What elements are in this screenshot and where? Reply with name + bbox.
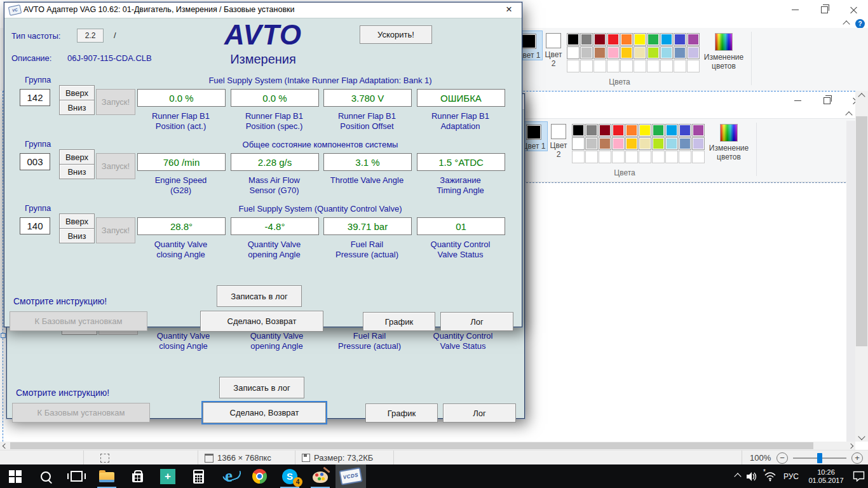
log-button[interactable]: Лог xyxy=(440,312,513,331)
palette-swatch[interactable] xyxy=(647,33,660,46)
palette-swatch[interactable] xyxy=(679,124,691,137)
palette-swatch[interactable] xyxy=(607,33,620,46)
palette-swatch[interactable] xyxy=(585,124,598,137)
palette-empty-slot[interactable] xyxy=(679,151,691,163)
palette-empty-slot[interactable] xyxy=(607,60,620,72)
palette-swatch[interactable] xyxy=(599,124,611,137)
graph-button[interactable]: График xyxy=(363,312,435,331)
palette-swatch[interactable] xyxy=(625,124,638,137)
selection-border-left[interactable] xyxy=(3,91,3,442)
group-up-button[interactable]: Вверх xyxy=(59,214,95,229)
palette-empty-slot[interactable] xyxy=(687,60,700,72)
teal-app-button[interactable]: + xyxy=(153,464,183,488)
calculator-button[interactable] xyxy=(183,464,214,488)
clock[interactable]: 10:26 01.05.2017 xyxy=(805,468,847,485)
group-number-input[interactable]: 142 xyxy=(20,89,50,106)
group-start-button[interactable]: Запуск! xyxy=(96,89,135,115)
group-down-button[interactable]: Вниз xyxy=(59,228,95,243)
write-log-button[interactable]: Записать в лог xyxy=(219,377,304,398)
done-return-button[interactable]: Сделано, Возврат xyxy=(203,402,326,423)
palette-swatch[interactable] xyxy=(652,124,665,137)
zoom-slider-thumb[interactable] xyxy=(817,453,822,463)
palette-swatch[interactable] xyxy=(665,137,678,150)
scroll-right-icon[interactable] xyxy=(846,442,855,450)
zoom-out-button[interactable]: − xyxy=(776,451,788,465)
palette-swatch[interactable] xyxy=(607,46,620,59)
palette-swatch[interactable] xyxy=(593,46,606,59)
group-number-input[interactable]: 003 xyxy=(20,153,50,170)
palette-swatch[interactable] xyxy=(572,124,585,137)
palette-swatch[interactable] xyxy=(687,46,700,59)
file-explorer-button[interactable] xyxy=(92,464,122,488)
palette-empty-slot[interactable] xyxy=(620,60,633,72)
palette-swatch[interactable] xyxy=(679,137,691,150)
palette-swatch[interactable] xyxy=(639,124,651,137)
palette-swatch[interactable] xyxy=(572,137,585,150)
palette-swatch[interactable] xyxy=(665,124,678,137)
group-up-button[interactable]: Вверх xyxy=(59,149,95,165)
palette-empty-slot[interactable] xyxy=(639,151,651,163)
close-button[interactable] xyxy=(839,0,868,19)
collapse-ribbon-icon[interactable] xyxy=(843,20,850,27)
palette-swatch[interactable] xyxy=(585,137,598,150)
hidden-icons-chevron[interactable] xyxy=(734,473,741,480)
horizontal-scrollbar[interactable] xyxy=(0,442,855,450)
palette-swatch[interactable] xyxy=(580,46,593,59)
palette-swatch[interactable] xyxy=(647,46,660,59)
log-button[interactable]: Лог xyxy=(443,403,516,423)
edit-colors-button[interactable]: Изменение цветов xyxy=(699,32,749,71)
palette-empty-slot[interactable] xyxy=(634,60,646,72)
palette-empty-slot[interactable] xyxy=(580,60,593,72)
palette-swatch[interactable] xyxy=(660,46,673,59)
horizontal-scroll-thumb[interactable] xyxy=(10,442,813,449)
palette-swatch[interactable] xyxy=(625,137,638,150)
help-icon[interactable]: ? xyxy=(855,19,865,29)
palette-empty-slot[interactable] xyxy=(625,151,638,163)
palette-swatch[interactable] xyxy=(634,33,646,46)
group-down-button[interactable]: Вниз xyxy=(59,100,95,115)
group-start-button[interactable]: Запуск! xyxy=(96,153,135,179)
scroll-up-icon[interactable] xyxy=(855,91,868,102)
language-indicator[interactable]: РУС xyxy=(782,472,801,481)
restore-button[interactable] xyxy=(810,0,839,19)
palette-swatch[interactable] xyxy=(660,33,673,46)
basic-settings-button[interactable]: К Базовым установкам xyxy=(12,403,150,423)
palette-swatch[interactable] xyxy=(687,33,700,46)
group-up-button[interactable]: Вверх xyxy=(59,85,95,100)
palette-swatch[interactable] xyxy=(620,33,633,46)
selection-handle[interactable] xyxy=(1,333,6,338)
internet-explorer-button[interactable]: e xyxy=(214,464,244,488)
palette-empty-slot[interactable] xyxy=(652,151,665,163)
wifi-icon[interactable]: * xyxy=(763,464,777,488)
palette-swatch[interactable] xyxy=(593,33,606,46)
palette-empty-slot[interactable] xyxy=(572,151,585,163)
vertical-scrollbar[interactable] xyxy=(855,91,868,442)
palette-swatch[interactable] xyxy=(639,137,651,150)
freq-type-input[interactable]: 2.2 xyxy=(77,29,104,43)
action-center-icon[interactable] xyxy=(851,464,865,488)
palette-empty-slot[interactable] xyxy=(665,151,678,163)
group-number-input[interactable]: 140 xyxy=(20,217,50,234)
scroll-left-icon[interactable] xyxy=(0,442,10,450)
palette-empty-slot[interactable] xyxy=(660,60,673,72)
store-button[interactable] xyxy=(122,464,153,488)
palette-empty-slot[interactable] xyxy=(567,60,580,72)
paint-button[interactable] xyxy=(305,464,336,488)
palette-swatch[interactable] xyxy=(580,33,593,46)
search-button[interactable] xyxy=(31,464,61,488)
group-down-button[interactable]: Вниз xyxy=(59,164,95,179)
palette-empty-slot[interactable] xyxy=(585,151,598,163)
task-view-button[interactable] xyxy=(61,464,92,488)
chrome-button[interactable] xyxy=(244,464,275,488)
palette-swatch[interactable] xyxy=(692,124,705,137)
color-palette[interactable] xyxy=(567,33,700,73)
palette-empty-slot[interactable] xyxy=(674,60,686,72)
palette-swatch[interactable] xyxy=(634,46,646,59)
palette-empty-slot[interactable] xyxy=(593,60,606,72)
volume-icon[interactable] xyxy=(745,464,759,488)
scroll-down-icon[interactable] xyxy=(855,431,868,442)
color2-cell[interactable]: Цвет 2 xyxy=(542,30,565,68)
skype-button[interactable]: S 4 xyxy=(275,464,305,488)
palette-empty-slot[interactable] xyxy=(599,151,611,163)
palette-swatch[interactable] xyxy=(620,46,633,59)
